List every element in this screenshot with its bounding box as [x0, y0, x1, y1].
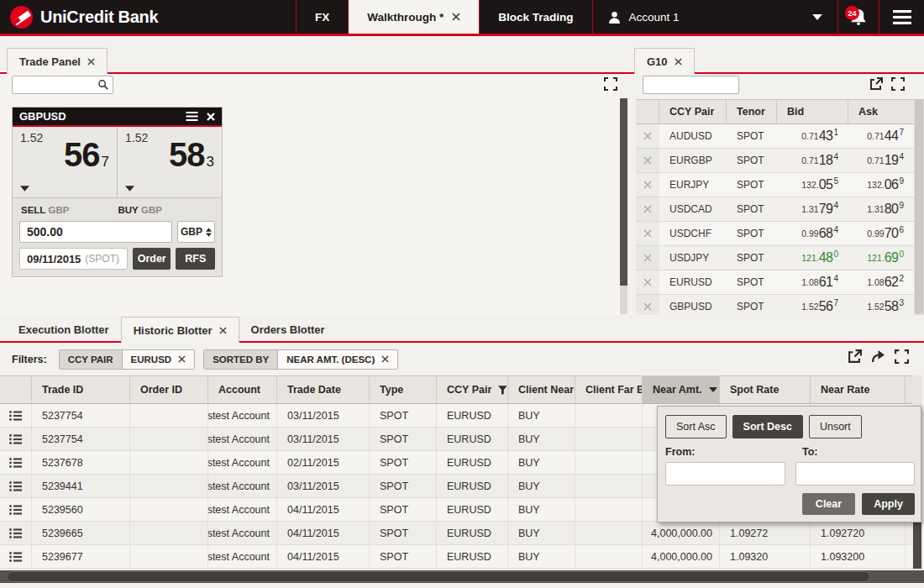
column-header-ccy-pair[interactable]: CCY Pair	[437, 376, 508, 403]
cell-ask[interactable]: 1.31809	[848, 197, 914, 221]
column-header-order-id[interactable]: Order ID	[130, 376, 208, 403]
cell-ask[interactable]: 0.71447	[848, 124, 914, 148]
cell-ask[interactable]: 1.08622	[848, 270, 914, 294]
popout-icon[interactable]	[869, 77, 883, 91]
scrollbar-thumb[interactable]	[913, 521, 921, 569]
cell-bid[interactable]: 121.480	[777, 246, 848, 270]
ticket-menu-icon[interactable]	[186, 112, 198, 121]
rate-row[interactable]: EURGBP SPOT 0.71184 0.71194	[636, 149, 914, 173]
horizontal-scrollbar[interactable]	[0, 570, 924, 583]
apply-button[interactable]: Apply	[862, 493, 915, 515]
caret-down-icon[interactable]	[125, 186, 134, 192]
vertical-scrollbar[interactable]	[914, 99, 924, 315]
notifications-button[interactable]: 24	[837, 0, 879, 34]
column-header-near-rate[interactable]: Near Rate	[811, 376, 906, 403]
tab-orders-blotter[interactable]: Orders Blotter	[239, 317, 337, 343]
rate-row[interactable]: EURJPY SPOT 132.055 132.069	[636, 173, 914, 197]
column-header-account[interactable]: Account	[208, 376, 277, 403]
rate-row[interactable]: GBPUSD SPOT 1.52567 1.52583	[636, 295, 914, 315]
tab-trade-panel[interactable]: Trade Panel	[7, 48, 108, 74]
column-header-trade-id[interactable]: Trade ID	[32, 376, 130, 403]
cell-ask[interactable]: 0.99706	[848, 222, 914, 245]
share-icon[interactable]	[871, 349, 885, 364]
sort-asc-button[interactable]: Sort Asc	[665, 415, 727, 438]
rate-row[interactable]: USDJPY SPOT 121.480 121.690	[636, 246, 914, 270]
tab-g10[interactable]: G10	[634, 48, 695, 74]
ticket-header[interactable]: GBPUSD	[13, 108, 222, 127]
tab-execution-blotter[interactable]: Execution Blotter	[7, 317, 121, 343]
close-icon[interactable]	[87, 58, 95, 66]
column-header-type[interactable]: Type	[370, 376, 437, 403]
cell-bid[interactable]: 1.52567	[777, 295, 848, 315]
cell-ask[interactable]: 121.690	[848, 246, 914, 270]
sell-price-tile[interactable]: 1.52 567	[13, 127, 117, 197]
top-tab-fx[interactable]: FX	[296, 0, 348, 34]
cell-bid[interactable]: 0.71184	[777, 149, 848, 172]
fullscreen-icon[interactable]	[895, 349, 909, 364]
close-icon[interactable]	[452, 13, 460, 21]
remove-pair-icon[interactable]	[636, 197, 659, 221]
fullscreen-icon[interactable]	[604, 77, 617, 91]
fullscreen-icon[interactable]	[891, 77, 905, 91]
table-row[interactable]: 5239665 Systest Account 04/11/2015 SPOT …	[0, 522, 912, 545]
column-header-ask[interactable]: Ask	[848, 100, 914, 123]
close-icon[interactable]	[219, 327, 227, 334]
rate-row[interactable]: EURUSD SPOT 1.08614 1.08622	[636, 270, 914, 295]
column-header-client-near-base[interactable]: Client Near Bas	[508, 376, 575, 403]
remove-pair-icon[interactable]	[636, 173, 659, 197]
caret-down-icon[interactable]	[709, 387, 717, 392]
amount-input[interactable]	[19, 221, 172, 243]
top-tab-walkthrough[interactable]: Walkthrough *	[348, 0, 479, 34]
cell-ask[interactable]: 0.71194	[848, 149, 914, 172]
cell-ask[interactable]: 132.069	[848, 173, 914, 197]
cell-bid[interactable]: 0.99684	[777, 222, 848, 245]
remove-pair-icon[interactable]	[636, 246, 659, 270]
account-selector[interactable]: Account 1	[592, 0, 837, 34]
rate-row[interactable]: AUDUSD SPOT 0.71431 0.71447	[636, 124, 914, 149]
row-menu-icon[interactable]	[0, 404, 32, 427]
column-header-client-far-base[interactable]: Client Far Base	[575, 376, 643, 403]
search-icon[interactable]	[97, 79, 108, 90]
unsort-button[interactable]: Unsort	[809, 415, 862, 438]
main-menu-button[interactable]	[879, 0, 924, 34]
remove-pair-icon[interactable]	[636, 222, 659, 245]
column-header-near-amt[interactable]: Near Amt.	[643, 376, 720, 403]
value-date-field[interactable]: 09/11/2015 (SPOT)	[19, 248, 128, 270]
rfs-button[interactable]: RFS	[176, 248, 215, 270]
row-menu-icon[interactable]	[0, 545, 32, 568]
remove-pair-icon[interactable]	[636, 295, 659, 315]
cell-bid[interactable]: 0.71431	[777, 124, 848, 148]
popout-icon[interactable]	[848, 349, 862, 364]
filter-chip-sorted-by[interactable]: SORTED BY NEAR AMT. (DESC)	[203, 349, 398, 370]
column-header-trade-date[interactable]: Trade Date	[277, 376, 370, 403]
caret-down-icon[interactable]	[20, 186, 29, 192]
chevron-down-icon[interactable]	[812, 14, 822, 20]
filter-funnel-icon[interactable]	[498, 386, 507, 395]
row-menu-icon[interactable]	[0, 428, 32, 450]
rate-row[interactable]: USDCAD SPOT 1.31794 1.31809	[636, 197, 914, 222]
clear-button[interactable]: Clear	[802, 493, 855, 515]
tab-historic-blotter[interactable]: Historic Blotter	[121, 317, 239, 343]
buy-price-tile[interactable]: 1.52 583	[117, 127, 222, 197]
order-button[interactable]: Order	[133, 248, 171, 270]
top-tab-block-trading[interactable]: Block Trading	[479, 0, 591, 34]
scrollbar-thumb[interactable]	[7, 571, 870, 582]
remove-filter-icon[interactable]	[381, 355, 389, 363]
column-header-ccy-pair[interactable]: CCY Pair	[659, 100, 727, 123]
column-header-tenor[interactable]: Tenor	[727, 100, 777, 123]
row-menu-icon[interactable]	[0, 451, 32, 474]
remove-pair-icon[interactable]	[636, 270, 659, 294]
row-menu-icon[interactable]	[0, 498, 32, 521]
column-header-bid[interactable]: Bid	[777, 100, 848, 123]
cell-bid[interactable]: 1.08614	[777, 270, 848, 294]
search-input[interactable]	[643, 76, 739, 94]
remove-pair-icon[interactable]	[636, 149, 659, 172]
close-icon[interactable]	[675, 58, 682, 66]
remove-filter-icon[interactable]	[178, 355, 186, 363]
table-row[interactable]: 5239677 Systest Account 04/11/2015 SPOT …	[0, 545, 912, 569]
to-input[interactable]	[795, 462, 915, 486]
scrollbar-thumb[interactable]	[915, 99, 923, 313]
ticket-close-icon[interactable]	[207, 113, 215, 121]
cell-ask[interactable]: 1.52583	[848, 295, 914, 315]
cell-bid[interactable]: 1.31794	[777, 197, 848, 221]
